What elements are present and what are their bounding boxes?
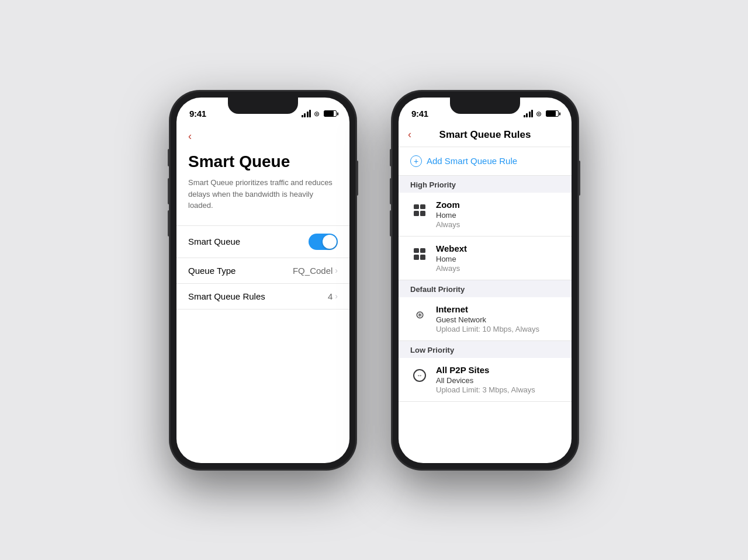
section-header-high: High Priority (399, 176, 572, 193)
queue-type-value: FQ_Codel › (293, 266, 338, 276)
rule-internet[interactable]: ⊛ Internet Guest Network Upload Limit: 1… (399, 297, 572, 341)
app-grid-icon-zoom (414, 204, 425, 216)
webext-info: Webext Home Always (436, 244, 560, 273)
toggle-knob (323, 235, 337, 249)
zoom-detail: Always (436, 220, 560, 229)
notch (228, 98, 298, 114)
status-icons: ⊛ (302, 110, 337, 118)
zoom-icon (410, 201, 429, 220)
settings-section: Smart Queue Queue Type FQ_Codel › (176, 225, 349, 309)
screen-2-content: ‹ Smart Queue Rules + Add Smart Queue Ru… (399, 123, 572, 463)
battery-icon-2 (546, 110, 559, 117)
section-header-low: Low Priority (399, 341, 572, 358)
status-time-2: 9:41 (411, 109, 428, 119)
internet-info: Internet Guest Network Upload Limit: 10 … (436, 304, 560, 333)
wifi-rule-icon: ⊛ (415, 308, 424, 321)
internet-detail: Upload Limit: 10 Mbps, Always (436, 325, 560, 333)
back-button-2[interactable]: ‹ (408, 128, 411, 141)
internet-icon: ⊛ (410, 305, 429, 324)
status-time: 9:41 (189, 109, 206, 119)
smart-queue-rules-label: Smart Queue Rules (188, 291, 265, 301)
smart-queue-toggle[interactable] (309, 234, 338, 250)
p2p-icon (410, 366, 429, 385)
phone-2: 9:41 ⊛ ‹ (392, 91, 579, 470)
rule-p2p[interactable]: All P2P Sites All Devices Upload Limit: … (399, 358, 572, 402)
p2p-sub: All Devices (436, 376, 560, 385)
p2p-name: All P2P Sites (436, 365, 560, 375)
zoom-sub: Home (436, 211, 560, 220)
signal-icon (302, 110, 311, 117)
p2p-info: All P2P Sites All Devices Upload Limit: … (436, 365, 560, 394)
page-description: Smart Queue prioritizes traffic and redu… (188, 177, 338, 211)
p2p-detail: Upload Limit: 3 Mbps, Always (436, 385, 560, 394)
webext-icon (410, 245, 429, 263)
queue-type-row[interactable]: Queue Type FQ_Codel › (176, 258, 349, 284)
add-rule-icon: + (410, 155, 422, 167)
add-rule-label: Add Smart Queue Rule (427, 156, 517, 166)
back-button-1[interactable]: ‹ (176, 123, 349, 147)
app-grid-icon-webext (414, 248, 425, 260)
zoom-name: Zoom (436, 200, 560, 210)
chevron-icon-2: › (335, 291, 338, 301)
internet-name: Internet (436, 304, 560, 314)
nav-bar: ‹ Smart Queue Rules (399, 123, 572, 147)
rule-zoom[interactable]: Zoom Home Always (399, 193, 572, 236)
webext-sub: Home (436, 255, 560, 263)
smart-queue-rules-value: 4 › (328, 291, 338, 301)
webext-detail: Always (436, 264, 560, 273)
phone-1: 9:41 ⊛ ‹ Smar (169, 91, 356, 470)
smart-queue-row: Smart Queue (176, 225, 349, 258)
chevron-icon-1: › (335, 266, 338, 275)
notch-2 (450, 98, 520, 114)
battery-icon (324, 110, 337, 117)
internet-sub: Guest Network (436, 315, 560, 324)
page-header: Smart Queue Smart Queue prioritizes traf… (176, 147, 349, 221)
queue-type-label: Queue Type (188, 266, 236, 276)
status-icons-2: ⊛ (524, 110, 559, 118)
wifi-status-icon: ⊛ (314, 110, 320, 118)
zoom-info: Zoom Home Always (436, 200, 560, 229)
add-rule-row[interactable]: + Add Smart Queue Rule (399, 147, 572, 176)
phones-container: 9:41 ⊛ ‹ Smar (169, 91, 579, 470)
webext-name: Webext (436, 244, 560, 253)
rule-webext[interactable]: Webext Home Always (399, 236, 572, 280)
section-header-default: Default Priority (399, 280, 572, 297)
smart-queue-rules-row[interactable]: Smart Queue Rules 4 › (176, 284, 349, 309)
circle-arrows-icon (413, 369, 426, 382)
wifi-status-icon-2: ⊛ (536, 110, 542, 118)
signal-icon-2 (524, 110, 534, 117)
screen-1-content: ‹ Smart Queue Smart Queue prioritizes tr… (176, 123, 349, 463)
page-title: Smart Queue (188, 152, 338, 172)
smart-queue-label: Smart Queue (188, 236, 240, 246)
nav-title: Smart Queue Rules (439, 129, 531, 141)
